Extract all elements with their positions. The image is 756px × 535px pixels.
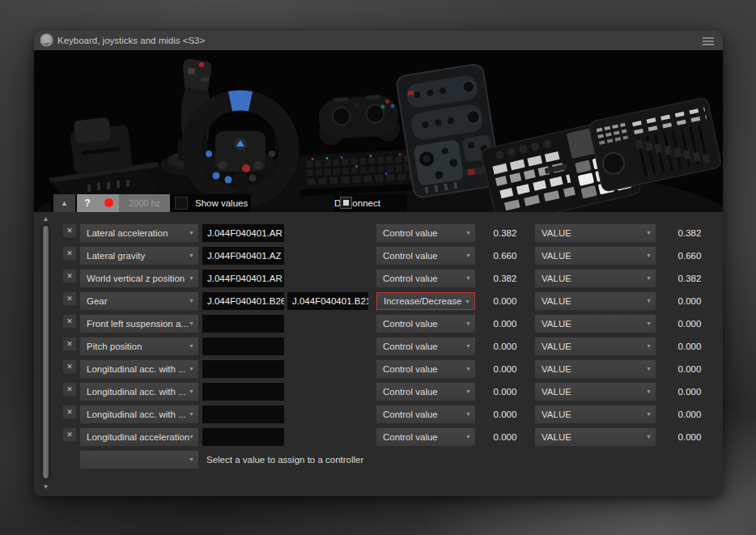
output-select-label: VALUE [542, 228, 571, 238]
output-select[interactable]: VALUE ▼ [535, 338, 656, 355]
output-select-label: VALUE [542, 432, 571, 442]
mode-select[interactable]: Control value ▼ [376, 247, 475, 265]
output-select[interactable]: VALUE ▼ [535, 315, 656, 333]
output-select[interactable]: VALUE ▼ [535, 360, 656, 378]
close-icon: ✕ [66, 317, 73, 325]
value-select[interactable]: Pitch position ▼ [80, 338, 198, 355]
toolbar: ▲ ? 2000 hz Show values Disconnect [34, 194, 723, 212]
value-select-label: Gear [87, 296, 108, 306]
remove-row-button[interactable]: ✕ [63, 338, 76, 350]
chevron-down-icon: ▼ [646, 247, 652, 265]
chevron-down-icon: ▼ [646, 315, 652, 333]
remove-row-button[interactable]: ✕ [63, 315, 76, 328]
title-bar[interactable]: Keyboard, joysticks and midis <S3> [34, 31, 723, 50]
remove-row-button[interactable]: ✕ [63, 292, 76, 305]
help-button[interactable]: ? [77, 194, 98, 212]
close-icon: ✕ [66, 227, 73, 235]
value-select[interactable]: Longitudinal acc. with ... ▼ [80, 405, 198, 423]
output-select-label: VALUE [542, 296, 571, 306]
output-select-label: VALUE [542, 410, 571, 419]
remove-row-button[interactable]: ✕ [63, 224, 76, 237]
close-icon: ✕ [66, 272, 73, 280]
controller-binding-input[interactable] [202, 405, 284, 423]
controller-binding-input[interactable] [202, 360, 284, 378]
controller-binding-input[interactable] [202, 428, 284, 446]
remove-row-button[interactable]: ✕ [63, 360, 76, 373]
mode-select-label: Control value [383, 274, 438, 283]
show-values-label: Show values [195, 194, 248, 212]
record-button[interactable] [98, 194, 119, 212]
disconnect-button[interactable]: Disconnect [334, 194, 407, 212]
controller-binding-input[interactable]: J.044F040401.B26 [202, 292, 284, 310]
controller-binding-inputs: J.044F040401.AR [202, 270, 284, 287]
output-select[interactable]: VALUE ▼ [535, 292, 656, 310]
content-panel: ▲ ▼ ✕ Lateral acceleration ▼ J.044F04040… [34, 212, 723, 496]
input-value: 0.000 [479, 338, 531, 355]
value-select[interactable]: Lateral acceleration ▼ [80, 224, 198, 242]
output-select[interactable]: VALUE ▼ [535, 270, 656, 287]
chevron-down-icon: ▼ [465, 224, 471, 242]
controller-binding-input[interactable]: J.044F040401.AR [202, 224, 284, 242]
mapping-row: ✕ Pitch position ▼ Control value ▼ 0.000… [34, 335, 723, 358]
controller-binding-input[interactable] [202, 383, 284, 401]
chevron-down-icon: ▼ [646, 383, 652, 401]
controller-binding-input[interactable] [202, 338, 284, 355]
value-select[interactable]: Front left suspension a... ▼ [80, 315, 198, 333]
mode-select-label: Control value [383, 410, 438, 419]
output-select[interactable]: VALUE ▼ [535, 428, 656, 446]
controller-binding-input[interactable]: J.044F040401.AR [202, 270, 284, 287]
value-select[interactable]: Longitudinal acc. with ... ▼ [80, 383, 198, 401]
controller-binding-inputs: J.044F040401.B26J.044F040401.B21 [202, 292, 368, 310]
chevron-down-icon: ▼ [465, 428, 471, 446]
remove-row-button[interactable]: ✕ [63, 428, 76, 441]
chevron-down-icon: ▼ [189, 270, 194, 287]
record-icon [104, 198, 113, 207]
remove-row-button[interactable]: ✕ [63, 405, 76, 418]
window-title: Keyboard, joysticks and midis <S3> [57, 31, 205, 50]
chevron-down-icon: ▼ [646, 428, 652, 446]
remove-row-button[interactable]: ✕ [63, 383, 76, 396]
scroll-down-icon[interactable]: ▼ [40, 482, 51, 491]
mode-select[interactable]: Control value ▼ [376, 315, 475, 333]
controller-binding-input[interactable] [202, 315, 284, 333]
value-select[interactable]: World vertical z position ▼ [80, 270, 198, 287]
remove-row-button[interactable]: ✕ [63, 247, 76, 260]
mode-select[interactable]: Control value ▼ [376, 428, 475, 446]
value-select[interactable]: Longitudinal acc. with ... ▼ [80, 360, 198, 378]
value-select[interactable]: Longitudinal acceleration ▼ [80, 428, 198, 446]
chevron-down-icon: ▼ [189, 315, 194, 333]
input-value: 0.000 [479, 315, 531, 333]
mode-select[interactable]: Control value ▼ [376, 224, 475, 242]
close-icon: ✕ [66, 340, 73, 348]
value-select[interactable]: Lateral gravity ▼ [80, 247, 198, 265]
output-select[interactable]: VALUE ▼ [535, 405, 656, 423]
mode-select[interactable]: Control value ▼ [376, 270, 475, 287]
mode-select[interactable]: Control value ▼ [376, 338, 475, 355]
mode-select[interactable]: Control value ▼ [376, 360, 475, 378]
input-value: 0.000 [479, 383, 531, 401]
value-select[interactable]: Gear ▼ [80, 292, 198, 310]
mapping-list: ✕ Lateral acceleration ▼ J.044F040401.AR… [34, 222, 723, 448]
close-icon: ✕ [66, 385, 73, 393]
output-select[interactable]: VALUE ▼ [535, 247, 656, 265]
mapping-row: ✕ Longitudinal acc. with ... ▼ Control v… [34, 380, 723, 403]
controller-binding-input[interactable]: J.044F040401.B21 [287, 292, 368, 310]
remove-row-button[interactable]: ✕ [63, 270, 76, 282]
mode-select[interactable]: Control value ▼ [376, 383, 475, 401]
chevron-down-icon: ▼ [646, 224, 652, 242]
mode-select[interactable]: Increase/Decrease ▼ [376, 292, 475, 310]
mode-select[interactable]: Control value ▼ [376, 405, 475, 423]
mode-select-label: Control value [383, 251, 438, 261]
output-select[interactable]: VALUE ▼ [535, 224, 656, 242]
new-value-select[interactable]: ▼ [80, 451, 198, 469]
collapse-button[interactable]: ▲ [53, 194, 75, 212]
output-select[interactable]: VALUE ▼ [535, 383, 656, 401]
hamburger-menu-icon[interactable] [703, 37, 714, 47]
show-values-checkbox[interactable] [175, 197, 188, 210]
output-value: 0.000 [664, 405, 716, 423]
controller-binding-input[interactable]: J.044F040401.AZ [202, 247, 284, 265]
output-select-label: VALUE [542, 364, 571, 374]
output-value: 0.000 [664, 292, 716, 310]
close-icon: ✕ [66, 363, 73, 371]
output-select-label: VALUE [542, 274, 571, 283]
